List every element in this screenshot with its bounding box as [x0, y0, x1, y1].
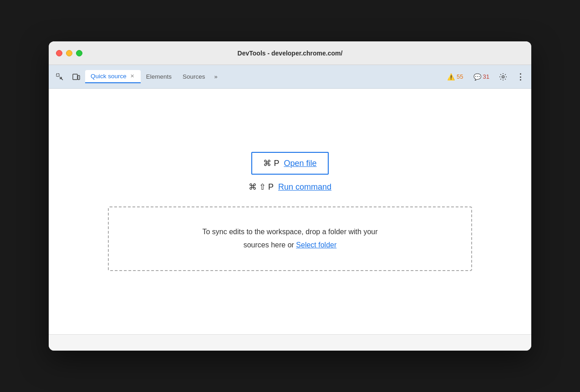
drop-zone-text-1: To sync edits to the workspace, drop a f… [202, 228, 377, 236]
tab-quick-source-label: Quick source [91, 73, 127, 80]
warning-icon: ⚠️ [447, 73, 455, 80]
device-toolbar-icon[interactable] [69, 70, 83, 84]
tab-bar: Quick source ✕ Elements Sources » [85, 70, 442, 83]
tab-sources-label: Sources [183, 73, 205, 80]
bottom-bar [49, 334, 531, 351]
tab-close-icon[interactable]: ✕ [129, 73, 135, 80]
tab-more-button[interactable]: » [211, 71, 221, 82]
tab-quick-source[interactable]: Quick source ✕ [85, 70, 141, 83]
run-command-link[interactable]: Run command [278, 182, 331, 192]
select-folder-link[interactable]: Select folder [296, 241, 336, 249]
inspect-icon[interactable] [52, 70, 67, 84]
tab-elements[interactable]: Elements [141, 70, 177, 83]
maximize-button[interactable] [76, 50, 82, 56]
main-content: ⌘ P Open file ⌘ ⇧ P Run command To sync … [49, 89, 531, 334]
drop-zone[interactable]: To sync edits to the workspace, drop a f… [108, 206, 472, 271]
toolbar-right: ⚠️ 55 💬 31 ⋮ [443, 70, 528, 84]
warning-count: 55 [457, 73, 463, 80]
error-badge[interactable]: 💬 31 [470, 71, 493, 82]
shortcuts-area: ⌘ P Open file ⌘ ⇧ P Run command [249, 152, 331, 192]
error-count: 31 [483, 73, 489, 80]
close-button[interactable] [56, 50, 62, 56]
drop-zone-text-2: sources here or [244, 241, 294, 249]
tab-sources[interactable]: Sources [177, 70, 211, 83]
toolbar: Quick source ✕ Elements Sources » ⚠️ 55 … [49, 65, 531, 89]
open-file-row[interactable]: ⌘ P Open file [251, 152, 328, 175]
svg-rect-0 [56, 74, 59, 76]
window-title: DevTools - developer.chrome.com/ [238, 50, 343, 57]
svg-rect-1 [73, 74, 77, 80]
minimize-button[interactable] [66, 50, 72, 56]
error-icon: 💬 [473, 73, 481, 80]
tab-elements-label: Elements [146, 73, 172, 80]
run-command-row[interactable]: ⌘ ⇧ P Run command [249, 182, 331, 192]
svg-point-3 [502, 75, 504, 78]
open-file-shortcut: ⌘ P [263, 158, 279, 168]
run-command-shortcut: ⌘ ⇧ P [249, 182, 274, 192]
svg-rect-2 [78, 75, 80, 80]
traffic-lights [56, 50, 82, 56]
more-options-icon[interactable]: ⋮ [513, 70, 528, 84]
drop-zone-text: To sync edits to the workspace, drop a f… [136, 226, 444, 252]
title-bar: DevTools - developer.chrome.com/ [49, 41, 531, 65]
open-file-link[interactable]: Open file [284, 159, 316, 168]
devtools-window: DevTools - developer.chrome.com/ Quick s… [49, 41, 531, 351]
warning-badge[interactable]: ⚠️ 55 [443, 71, 467, 82]
settings-icon[interactable] [496, 70, 510, 84]
